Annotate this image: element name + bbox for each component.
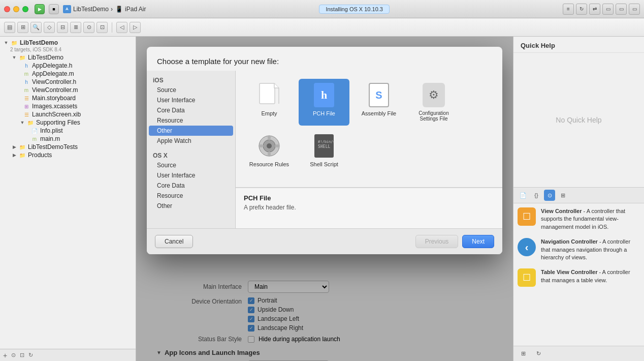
project-name: LibTestDemo xyxy=(73,6,109,13)
rp-viewcontroller-icon: ☐ xyxy=(518,207,536,226)
view-btn-2[interactable]: ↻ xyxy=(576,4,587,15)
sidebar-item-products[interactable]: ▶ 📁 Products xyxy=(0,151,136,159)
sidebar-item-images-xcassets[interactable]: ⊞ Images.xcassets xyxy=(0,102,136,110)
rp-active-btn[interactable]: ⊙ xyxy=(544,190,555,201)
rp-toolbar: 📄 {} ⊙ ⊞ xyxy=(513,187,644,203)
template-pch-label: PCH File xyxy=(313,110,335,116)
forward-btn[interactable]: ▷ xyxy=(130,22,141,33)
expand-arrow: ▼ xyxy=(2,40,10,45)
cancel-button[interactable]: Cancel xyxy=(155,235,193,248)
file-btn[interactable]: ⊞ xyxy=(17,22,28,33)
images-xcassets-label: Images.xcassets xyxy=(32,103,77,110)
back-btn[interactable]: ◁ xyxy=(116,22,127,33)
view-btn-3[interactable]: ⇄ xyxy=(589,4,600,15)
tests-label: LibTestDemoTests xyxy=(28,143,78,151)
sidebar-item-tests[interactable]: ▶ 📁 LibTestDemoTests xyxy=(0,143,136,151)
pch-file-icon: h xyxy=(312,83,336,107)
sidebar-item-info-plist[interactable]: 📄 Info.plist xyxy=(0,127,136,135)
dialog-nav-osx-resource[interactable]: Resource xyxy=(147,191,235,201)
dialog-footer: Cancel Previous Next xyxy=(147,228,502,254)
dialog-nav-ios-ui[interactable]: User Interface xyxy=(147,95,235,105)
folder-icon-supporting: 📁 xyxy=(26,120,35,126)
sidebar-bottom: + ⊙ ⊡ ↻ xyxy=(0,349,136,361)
sidebar-item-supporting[interactable]: ▼ 📁 Supporting Files xyxy=(0,118,136,127)
template-pch[interactable]: h PCH File xyxy=(299,79,349,126)
info-plist-label: Info.plist xyxy=(40,127,63,134)
hierarchy-btn[interactable]: ⊡ xyxy=(20,352,24,358)
minimize-button[interactable] xyxy=(13,6,19,12)
refresh-btn[interactable]: ↻ xyxy=(28,352,33,358)
launchscreen-xib-label: LaunchScreen.xib xyxy=(32,111,81,118)
quick-help-empty: No Quick Help xyxy=(513,53,644,187)
template-resource-rules-label: Resource Rules xyxy=(249,161,289,167)
template-shell[interactable]: SHELL #!/bin/sh Shell Script xyxy=(299,130,349,171)
view-btn-5[interactable]: ▭ xyxy=(616,4,627,15)
rp-grid-btn[interactable]: ⊞ xyxy=(557,190,568,201)
folder-icon: 📁 xyxy=(10,40,18,46)
dialog-nav-osx-coredata[interactable]: Core Data xyxy=(147,180,235,191)
stop-button[interactable]: ■ xyxy=(49,4,59,14)
close-button[interactable] xyxy=(4,6,10,12)
template-empty-label: Empty xyxy=(261,110,277,116)
sidebar-item-viewcontroller-m[interactable]: m ViewController.m xyxy=(0,86,136,94)
templates-grid: Empty h PCH File xyxy=(236,71,502,188)
dialog-nav-ios-coredata[interactable]: Core Data xyxy=(147,105,235,115)
toolbar-divider xyxy=(112,22,112,33)
view-btn-1[interactable]: ≡ xyxy=(563,4,574,15)
sidebar-item-appdelegate-h[interactable]: h AppDelegate.h xyxy=(0,62,136,70)
dialog-nav-osx-source[interactable]: Source xyxy=(147,160,235,170)
m-icon: m xyxy=(22,71,30,77)
svg-text:#!/bin/sh: #!/bin/sh xyxy=(318,140,334,144)
rp-bottom: ⊞ ↻ xyxy=(513,346,644,361)
maximize-button[interactable] xyxy=(22,6,28,12)
sidebar-item-appdelegate-m[interactable]: m AppDelegate.m xyxy=(0,70,136,78)
rp-tablecontroller-text: Table View Controller - A controller tha… xyxy=(541,268,640,284)
view-btn-6[interactable]: ▭ xyxy=(629,4,640,15)
xcassets-icon: ⊞ xyxy=(22,104,30,109)
dialog-nav: iOS Source User Interface Core Data Reso… xyxy=(147,71,236,228)
scm-btn[interactable]: ◇ xyxy=(44,22,55,33)
issue-nav-btn[interactable]: ≣ xyxy=(70,22,81,33)
dialog-nav-ios-resource[interactable]: Resource xyxy=(147,115,235,126)
shell-script-icon: SHELL #!/bin/sh xyxy=(312,134,336,158)
sidebar-item-project[interactable]: ▼ 📁 LibTestDemo xyxy=(0,39,136,47)
rp-navcontroller-text: Navigation Controller - A controller tha… xyxy=(541,238,640,261)
search-btn[interactable]: 🔍 xyxy=(30,22,42,33)
dialog-files: Empty h PCH File xyxy=(236,71,502,228)
template-empty[interactable]: Empty xyxy=(244,79,295,126)
template-config[interactable]: ⚙ Configuration Settings File xyxy=(408,79,459,126)
center-area: Choose a template for your new file: iOS… xyxy=(136,37,513,361)
sidebar-item-main-storyboard[interactable]: ☰ Main.storyboard xyxy=(0,94,136,102)
sidebar-toggle[interactable]: ▤ xyxy=(4,22,15,33)
sidebar-item-launchscreen-xib[interactable]: ☰ LaunchScreen.xib xyxy=(0,110,136,118)
dialog-nav-ios-applewatch[interactable]: Apple Watch xyxy=(147,136,235,146)
folder-icon-products: 📁 xyxy=(18,153,26,158)
view-btn-4[interactable]: ▭ xyxy=(602,4,614,15)
template-assembly[interactable]: S Assembly File xyxy=(353,79,404,126)
dialog-nav-ios-other[interactable]: Other xyxy=(149,126,233,136)
debug-nav-btn[interactable]: ⊡ xyxy=(96,22,108,33)
project-icon: A xyxy=(63,5,71,13)
rp-bottom-grid[interactable]: ⊞ xyxy=(518,348,529,359)
filter-btn[interactable]: ⊙ xyxy=(11,352,16,358)
rp-class-btn[interactable]: {} xyxy=(531,190,542,201)
template-shell-label: Shell Script xyxy=(310,161,338,167)
dialog-nav-osx-other[interactable]: Other xyxy=(147,201,235,211)
test-nav-btn[interactable]: ⊙ xyxy=(83,22,94,33)
add-btn[interactable]: + xyxy=(3,351,7,359)
previous-button[interactable]: Previous xyxy=(415,235,459,248)
sidebar-item-libtestdemo[interactable]: ▼ 📁 LibTestDemo xyxy=(0,53,136,62)
breakpoints-btn[interactable]: ⊟ xyxy=(57,22,68,33)
dialog-nav-osx-ui[interactable]: User Interface xyxy=(147,170,235,180)
dialog-nav-ios-source[interactable]: Source xyxy=(147,85,235,95)
ios-header: iOS xyxy=(147,75,235,85)
rp-bottom-refresh[interactable]: ↻ xyxy=(533,348,544,359)
template-resource-rules[interactable]: Resource Rules xyxy=(244,130,295,171)
rp-tablecontroller-icon: ☐ xyxy=(518,268,536,287)
sidebar-item-main-m[interactable]: m main.m xyxy=(0,135,136,143)
rp-file-btn[interactable]: 📄 xyxy=(518,190,529,201)
desc-title: PCH File xyxy=(244,194,494,202)
next-button[interactable]: Next xyxy=(462,235,494,248)
sidebar-item-viewcontroller-h[interactable]: h ViewController.h xyxy=(0,78,136,86)
run-button[interactable]: ▶ xyxy=(35,4,45,14)
